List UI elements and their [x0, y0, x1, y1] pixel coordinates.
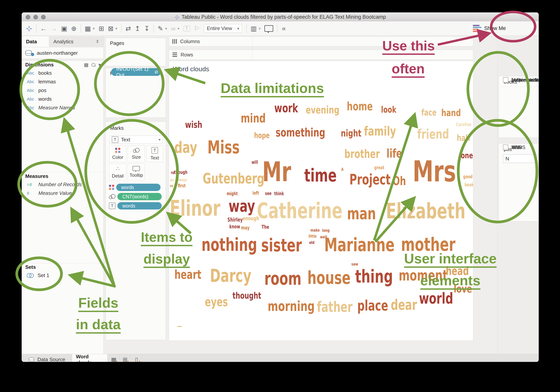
pages-shelf[interactable]: Pages [106, 38, 166, 66]
pill-words-color[interactable]: words [116, 184, 160, 191]
wordcloud-word[interactable]: nothing [201, 236, 257, 254]
wordcloud-word[interactable]: may [241, 225, 250, 230]
wordcloud-word[interactable]: Shirley [227, 217, 243, 223]
share-icon[interactable]: ∝ [281, 25, 286, 32]
chevron-down-icon[interactable]: ▾ [99, 62, 101, 67]
wordcloud-word[interactable]: hand [441, 108, 461, 118]
wordcloud-word[interactable]: enough [243, 216, 259, 221]
wordcloud-word[interactable]: Elizabeth [386, 201, 466, 222]
tab-data-source[interactable]: Data Source [24, 354, 69, 362]
checkbox-icon[interactable] [503, 77, 508, 83]
wordcloud-word[interactable]: thing [355, 268, 393, 286]
wordcloud-word[interactable]: one [461, 152, 473, 160]
wordcloud-word[interactable]: Darcy [210, 267, 251, 285]
wordcloud-word[interactable]: Caroline [456, 122, 471, 127]
tableau-logo-icon[interactable]: ⊹ [26, 25, 32, 32]
wordcloud-word[interactable]: Gutenberg [203, 171, 264, 186]
wordcloud-word[interactable]: hope [254, 132, 270, 139]
save-icon[interactable]: ▣ [61, 25, 67, 32]
wordcloud-word[interactable]: way [229, 198, 255, 214]
wordcloud-word[interactable]: time [304, 167, 337, 184]
wordcloud-word[interactable]: though [174, 170, 187, 175]
toolbar-separator[interactable] [121, 24, 122, 33]
wordcloud-word[interactable]: Project [349, 172, 390, 187]
wordcloud-word[interactable]: Elinor [170, 197, 220, 219]
wordcloud-word[interactable]: night [341, 128, 361, 138]
size-button[interactable]: Size [128, 145, 145, 162]
wordcloud-word[interactable]: something [276, 127, 325, 138]
show-mark-labels-icon[interactable]: T [183, 25, 190, 32]
mark-type-dropdown[interactable]: T Text ▾ [109, 135, 163, 144]
wordcloud-word[interactable]: Mr [262, 158, 291, 185]
sort-descending-icon[interactable]: ↧ [144, 25, 150, 32]
wordcloud-word[interactable]: wish [185, 120, 202, 129]
wordcloud-word[interactable]: father [317, 300, 353, 314]
presentation-mode-icon[interactable] [264, 25, 273, 32]
wordcloud-word[interactable]: heart [174, 268, 201, 281]
pill-words-text[interactable]: words [117, 202, 162, 210]
wordcloud-word[interactable]: man [347, 205, 376, 222]
new-worksheet-button[interactable]: ▦+ [108, 354, 120, 362]
wordcloud-word[interactable]: little [309, 234, 317, 238]
duplicate-sheet-icon[interactable]: ⊞ [99, 25, 104, 32]
text-pill-row[interactable]: T words [109, 202, 162, 210]
wordcloud-word[interactable]: work [274, 102, 298, 114]
new-worksheet-icon[interactable]: ▦ [85, 25, 91, 32]
wordcloud-word[interactable]: Mrs [413, 157, 456, 186]
detail-button[interactable]: ∴ Detail [109, 164, 126, 180]
pos-checkbox-row[interactable]: VBN [503, 144, 522, 151]
wordcloud-word[interactable]: Catherine [257, 200, 342, 221]
wordcloud-word[interactable]: old [309, 240, 314, 245]
wordcloud-word[interactable]: book [465, 182, 473, 187]
clear-sheet-icon[interactable]: ⊠ [108, 25, 113, 32]
wordcloud-word[interactable]: sister [261, 237, 302, 254]
chevron-down-icon[interactable]: ▾ [165, 27, 167, 30]
show-me-button[interactable]: Show Me [473, 25, 506, 32]
wordcloud-word[interactable]: The [262, 224, 269, 229]
wordcloud-word[interactable]: good [463, 174, 472, 179]
tab-data[interactable]: Data [22, 36, 49, 47]
toolbar-separator[interactable] [36, 24, 36, 33]
add-datasource-icon[interactable]: ⊕ [71, 25, 77, 32]
wordcloud-word[interactable]: day [174, 140, 197, 155]
toolbar-separator[interactable] [277, 24, 278, 33]
swap-axes-icon[interactable]: ⇄ [125, 25, 131, 32]
checkbox-icon[interactable] [503, 144, 508, 150]
pill-cnt-words[interactable]: CNT(words) [117, 193, 162, 200]
wordcloud-word[interactable]: A [341, 167, 344, 172]
wordcloud-word[interactable]: face [421, 108, 437, 117]
dimension-field-row[interactable]: Abc words [22, 95, 103, 103]
wordcloud-word[interactable]: house [307, 269, 350, 287]
tab-analytics[interactable]: Analytics ⇕ [49, 36, 103, 47]
dimension-field-row[interactable]: Abc Measure Names [22, 103, 103, 112]
wordcloud-word[interactable]: will [251, 160, 258, 165]
search-icon[interactable] [91, 63, 95, 67]
color-pill-row[interactable]: words [109, 184, 160, 191]
wordcloud-word[interactable]: see [265, 191, 271, 196]
dimension-field-row[interactable]: Abc books [22, 69, 103, 77]
wordcloud-word[interactable]: left [252, 191, 259, 195]
new-dashboard-button[interactable]: ⊞+ [120, 354, 131, 362]
collapse-pane-icon[interactable]: ⇕ [96, 39, 99, 44]
wordcloud-word[interactable]: evening [306, 105, 340, 115]
chevron-down-icon[interactable]: ▾ [93, 27, 95, 30]
toolbar-separator[interactable] [80, 24, 81, 33]
measure-field-row[interactable]: =# Number of Records [22, 180, 103, 189]
tab-word-clouds[interactable]: Word clouds [72, 354, 108, 362]
pos-search-box[interactable]: × [503, 154, 539, 163]
datasource-row[interactable]: ✓ austen-northanger [22, 48, 103, 58]
color-button[interactable]: Color [109, 145, 126, 162]
wordcloud-word[interactable]: home [347, 101, 373, 112]
fix-axes-icon[interactable]: ⚐ [194, 25, 200, 32]
wordcloud-word[interactable]: room [264, 270, 301, 288]
filter-pill[interactable]: IN/OUT(Set 1): Out ⊘ [111, 68, 161, 76]
toolbar-separator[interactable] [153, 24, 154, 33]
wordcloud-word[interactable]: — [177, 323, 182, 330]
wordcloud-word[interactable]: dear [391, 298, 417, 312]
wordcloud-word[interactable]: make [310, 228, 320, 232]
wordcloud-word[interactable]: brother [344, 148, 380, 160]
set-row[interactable]: Set 1 [22, 271, 103, 280]
wordcloud-word[interactable]: eyes [205, 296, 228, 308]
new-story-button[interactable]: ▯+ [131, 354, 142, 362]
mark-labels-icon[interactable]: ▥ [250, 25, 257, 32]
